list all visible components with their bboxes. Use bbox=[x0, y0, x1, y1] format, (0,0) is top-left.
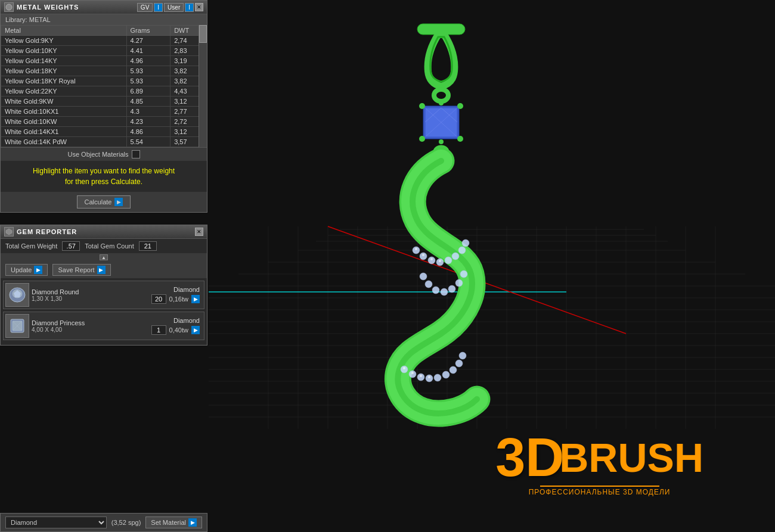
total-gem-count-label: Total Gem Count bbox=[85, 242, 134, 250]
cell-metal: White Gold:14KX1 bbox=[1, 127, 127, 137]
cell-grams: 4.96 bbox=[126, 56, 170, 66]
scrollbar-thumb[interactable] bbox=[199, 25, 207, 43]
update-button[interactable]: Update ▶ bbox=[5, 264, 48, 276]
gem-col-mid: Diamond 1 0,40tw ▶ bbox=[151, 317, 200, 335]
svg-point-83 bbox=[428, 376, 430, 378]
metal-weights-icon bbox=[4, 2, 14, 12]
user-button[interactable]: User bbox=[164, 3, 184, 12]
cell-grams: 6.89 bbox=[126, 86, 170, 97]
table-row[interactable]: White Gold:14K PdW 5.54 3,57 bbox=[1, 137, 207, 147]
cell-metal: White Gold:14KW bbox=[1, 147, 127, 148]
gem-arrow-button[interactable]: ▶ bbox=[191, 326, 200, 334]
cell-grams: 4.3 bbox=[126, 107, 170, 117]
gem-rows: Diamond Round 1,30 X 1,30 Diamond 20 0,1… bbox=[1, 278, 207, 345]
table-row[interactable]: Yellow Gold:9KY 4.27 2,74 bbox=[1, 36, 207, 46]
cell-grams: 4.85 bbox=[126, 97, 170, 107]
table-row[interactable]: Yellow Gold:10KY 4.41 2,83 bbox=[1, 46, 207, 56]
gem-col-mid: Diamond 20 0,16tw ▶ bbox=[151, 286, 200, 304]
cell-grams: 4.86 bbox=[126, 127, 170, 137]
table-row[interactable]: White Gold:10KX1 4.3 2,77 bbox=[1, 107, 207, 117]
gem-weight: 0,40tw bbox=[169, 326, 188, 334]
svg-point-47 bbox=[419, 136, 425, 142]
svg-point-63 bbox=[441, 288, 448, 295]
gem-info: Diamond Princess 4,00 X 4,00 bbox=[32, 319, 149, 333]
table-row[interactable]: White Gold:14KW ... ... bbox=[1, 147, 207, 148]
svg-point-81 bbox=[411, 372, 414, 374]
calculate-button[interactable]: Calculate ▶ bbox=[77, 195, 131, 209]
i-button-2[interactable]: I bbox=[185, 3, 194, 12]
svg-point-71 bbox=[434, 374, 441, 381]
left-panels: METAL WEIGHTS GV I User I ✕ Library: MET… bbox=[0, 0, 207, 346]
table-row[interactable]: Yellow Gold:18KY 5.93 3,82 bbox=[1, 66, 207, 76]
use-mat-checkbox[interactable] bbox=[132, 150, 140, 158]
total-gem-weight-value: .57 bbox=[62, 241, 80, 251]
bottom-bar: Diamond (3,52 spg) Set Material ▶ bbox=[0, 513, 207, 532]
gv-button[interactable]: GV bbox=[137, 3, 153, 12]
svg-point-74 bbox=[455, 360, 463, 367]
cell-metal: Yellow Gold:14KY bbox=[1, 56, 127, 66]
calculate-arrow-icon: ▶ bbox=[114, 198, 123, 206]
gem-totals-bar: Total Gem Weight .57 Total Gem Count 21 bbox=[1, 239, 207, 253]
total-gem-weight-label: Total Gem Weight bbox=[5, 242, 57, 250]
svg-point-76 bbox=[415, 248, 417, 250]
material-select[interactable]: Diamond bbox=[5, 517, 107, 528]
gem-size: 1,30 X 1,30 bbox=[32, 295, 149, 302]
gem-name: Diamond Round bbox=[32, 288, 149, 295]
set-material-button[interactable]: Set Material ▶ bbox=[145, 517, 202, 528]
cell-grams: 5.93 bbox=[126, 76, 170, 86]
svg-point-61 bbox=[455, 279, 463, 287]
set-material-arrow-icon: ▶ bbox=[188, 518, 197, 527]
gem-reporter-icon bbox=[4, 227, 14, 237]
table-row[interactable]: Yellow Gold:14KY 4.96 3,19 bbox=[1, 56, 207, 66]
table-scrollbar[interactable] bbox=[199, 25, 207, 147]
svg-point-46 bbox=[457, 103, 463, 109]
total-gem-count-value: 21 bbox=[139, 241, 157, 251]
gem-size: 4,00 X 4,00 bbox=[32, 326, 149, 333]
gem-title-left: GEM REPORTER bbox=[4, 227, 77, 237]
gem-reporter-panel: GEM REPORTER ✕ Total Gem Weight .57 Tota… bbox=[0, 225, 207, 346]
gem-count: 1 bbox=[151, 325, 166, 335]
scroll-up-arrow[interactable]: ▲ bbox=[100, 254, 108, 260]
svg-point-62 bbox=[448, 285, 455, 293]
logo-area: 3D BRUSH ПРОФЕССИОНАЛЬНЫЕ 3D МОДЕЛИ bbox=[495, 431, 703, 496]
logo-brush-text: BRUSH bbox=[559, 434, 703, 481]
save-report-button[interactable]: Save Report ▶ bbox=[52, 264, 110, 276]
table-row[interactable]: White Gold:9KW 4.85 3,12 bbox=[1, 97, 207, 107]
svg-point-48 bbox=[457, 136, 463, 142]
metal-weights-close[interactable]: ✕ bbox=[195, 3, 203, 11]
table-row[interactable]: White Gold:14KX1 4.86 3,12 bbox=[1, 127, 207, 137]
gem-reporter-close[interactable]: ✕ bbox=[195, 228, 203, 236]
calculate-bar: Calculate ▶ bbox=[1, 192, 207, 212]
col-metal: Metal bbox=[1, 26, 127, 36]
cell-grams: ... bbox=[126, 147, 170, 148]
table-row[interactable]: White Gold:10KW 4.23 2,72 bbox=[1, 117, 207, 127]
logo-subtext: ПРОФЕССИОНАЛЬНЫЕ 3D МОДЕЛИ bbox=[495, 488, 703, 496]
table-row[interactable]: Yellow Gold:18KY Royal 5.93 3,82 bbox=[1, 76, 207, 86]
gem-thumbnail bbox=[5, 314, 29, 338]
svg-point-50 bbox=[439, 139, 444, 144]
metal-weights-title: METAL WEIGHTS bbox=[17, 4, 79, 11]
svg-point-78 bbox=[430, 258, 433, 260]
cell-metal: Yellow Gold:9KY bbox=[1, 36, 127, 46]
table-row[interactable]: Yellow Gold:22KY 6.89 4,43 bbox=[1, 86, 207, 97]
cell-metal: Yellow Gold:18KY bbox=[1, 66, 127, 76]
svg-marker-85 bbox=[6, 229, 12, 235]
use-mat-label: Use Object Materials bbox=[67, 151, 128, 158]
svg-point-73 bbox=[450, 366, 457, 374]
i-button-1[interactable]: I bbox=[154, 3, 163, 12]
gem-count: 20 bbox=[151, 294, 166, 304]
gem-actions-bar: Update ▶ Save Report ▶ bbox=[1, 262, 207, 278]
svg-point-59 bbox=[462, 239, 469, 247]
gem-name: Diamond Princess bbox=[32, 319, 149, 326]
use-materials-bar: Use Object Materials bbox=[1, 147, 207, 161]
cell-metal: White Gold:10KW bbox=[1, 117, 127, 127]
cell-grams: 4.27 bbox=[126, 36, 170, 46]
cell-grams: 4.23 bbox=[126, 117, 170, 127]
save-report-arrow-icon: ▶ bbox=[97, 266, 106, 274]
cell-metal: White Gold:14K PdW bbox=[1, 137, 127, 147]
metal-table: Metal Grams DWT Yellow Gold:9KY 4.27 2,7… bbox=[1, 25, 207, 147]
metal-weights-panel: METAL WEIGHTS GV I User I ✕ Library: MET… bbox=[0, 0, 207, 213]
cell-grams: 4.41 bbox=[126, 46, 170, 56]
gem-arrow-button[interactable]: ▶ bbox=[191, 295, 200, 303]
gem-count-area: 1 0,40tw ▶ bbox=[151, 325, 200, 335]
